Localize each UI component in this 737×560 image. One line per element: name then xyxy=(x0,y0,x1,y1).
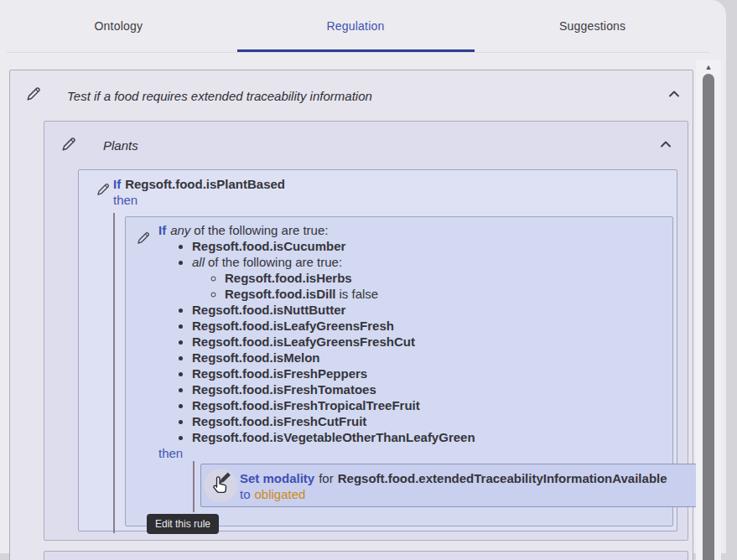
edit-pencil-icon[interactable] xyxy=(25,86,42,106)
for-label: for xyxy=(319,471,334,485)
condition-item: Regsoft.food.isVegetableOtherThanLeafyGr… xyxy=(192,429,672,445)
outer-if-rule-block: IfRegsoft.food.isPlantBased then Ifanyof… xyxy=(78,169,677,531)
chevron-up-icon[interactable] xyxy=(667,87,681,104)
main-panel: Ontology Regulation Suggestions Test if … xyxy=(0,0,726,553)
to-label: to xyxy=(240,487,251,501)
chevron-up-icon[interactable] xyxy=(659,137,672,154)
condition-item: Regsoft.food.isFreshTomatoes xyxy=(192,381,672,397)
condition-item: Regsoft.food.isLeafyGreensFreshCut xyxy=(192,334,672,350)
modality-value: obligated xyxy=(255,487,306,501)
then-keyword: then xyxy=(158,445,672,461)
condition-list: Regsoft.food.isCucumber allof the follow… xyxy=(158,238,672,445)
plants-section-card: Plants IfRegsoft.food.isPlantBased then xyxy=(44,121,688,541)
set-modality-label: Set modality xyxy=(240,471,314,485)
action-line-1: Set modalityforRegsoft.food.extendedTrac… xyxy=(240,470,703,486)
is-false-text: is false xyxy=(340,287,379,301)
inner-if-line: Ifanyof the following are true: xyxy=(158,222,672,238)
outer-if-line: IfRegsoft.food.isPlantBased xyxy=(113,176,285,192)
tab-suggestions[interactable]: Suggestions xyxy=(474,19,711,33)
tab-ontology[interactable]: Ontology xyxy=(0,19,237,33)
condition-property: Regsoft.food.isDill xyxy=(225,287,336,301)
if-keyword: If xyxy=(113,177,121,191)
nested-condition-list: Regsoft.food.isHerbs Regsoft.food.isDill… xyxy=(192,270,672,302)
quantifier-all: all xyxy=(192,255,205,269)
edit-rule-tooltip: Edit this rule xyxy=(147,514,219,534)
condition-item: Regsoft.food.isFreshCutFruit xyxy=(192,413,672,429)
scrollbar[interactable]: ▲ xyxy=(696,60,721,560)
tab-bar: Ontology Regulation Suggestions xyxy=(0,0,711,52)
plants-section-title: Plants xyxy=(103,137,659,153)
inner-if-rule-block: Ifanyof the following are true: Regsoft.… xyxy=(125,216,673,526)
condition-item: Regsoft.food.isCucumber xyxy=(192,238,672,254)
action-line-2: toobligated xyxy=(240,486,703,502)
tab-regulation[interactable]: Regulation xyxy=(237,19,475,33)
scrollbar-thumb[interactable] xyxy=(703,74,714,560)
quantifier-any: any xyxy=(170,223,190,237)
scroll-up-arrow-icon[interactable]: ▲ xyxy=(696,60,721,71)
edit-pencil-icon[interactable] xyxy=(96,182,111,208)
then-keyword: then xyxy=(113,192,285,208)
condition-item: Regsoft.food.isDillis false xyxy=(225,286,672,302)
rule-group-header[interactable]: Test if a food requires extended traceab… xyxy=(10,70,693,121)
inner-then-branch: Set modalityforRegsoft.food.extendedTrac… xyxy=(193,461,672,512)
condition-item: Regsoft.food.isFreshPeppers xyxy=(192,366,672,381)
set-modality-action-block[interactable]: Set modalityforRegsoft.food.extendedTrac… xyxy=(200,464,703,507)
hand-cursor-edit-icon xyxy=(207,471,232,500)
of-following-text: of the following are true: xyxy=(208,255,342,269)
rule-group-title: Test if a food requires extended traceab… xyxy=(67,88,667,104)
condition-item: Regsoft.food.isNuttButter xyxy=(192,302,672,318)
then-branch: Ifanyof the following are true: Regsoft.… xyxy=(113,213,677,533)
condition-item: Regsoft.food.isHerbs xyxy=(225,270,672,286)
condition-property: Regsoft.food.isPlantBased xyxy=(125,177,285,191)
edit-pencil-icon[interactable] xyxy=(136,231,151,249)
rule-group-card: Test if a food requires extended traceab… xyxy=(9,70,693,560)
edit-pencil-icon[interactable] xyxy=(60,136,77,156)
condition-item: Regsoft.food.isLeafyGreensFresh xyxy=(192,318,672,334)
next-section-card-partial[interactable] xyxy=(44,551,688,560)
of-following-text: of the following are true: xyxy=(194,223,328,237)
condition-item: Regsoft.food.isFreshTropicalTreeFruit xyxy=(192,397,672,413)
all-group-item: allof the following are true: Regsoft.fo… xyxy=(192,254,672,302)
tabs-divider xyxy=(7,52,709,53)
action-property: Regsoft.food.extendedTraceabilityInforma… xyxy=(338,471,667,485)
plants-section-header[interactable]: Plants xyxy=(44,122,688,169)
if-keyword: If xyxy=(158,223,166,237)
condition-item: Regsoft.food.isMelon xyxy=(192,350,672,366)
